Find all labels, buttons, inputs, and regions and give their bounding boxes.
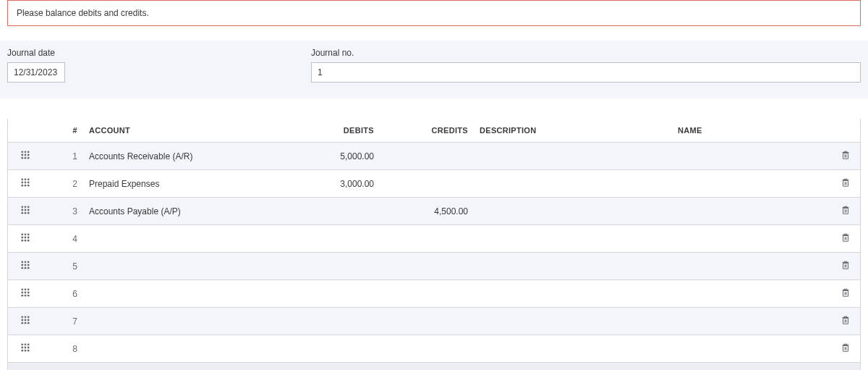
account-cell[interactable]: Accounts Payable (A/P) (83, 198, 286, 225)
debits-cell[interactable] (286, 253, 380, 280)
row-number: 5 (43, 253, 83, 280)
credits-cell[interactable] (380, 225, 474, 253)
credits-cell[interactable] (380, 253, 474, 280)
svg-point-42 (27, 261, 30, 263)
credits-cell[interactable] (380, 308, 474, 335)
svg-point-20 (21, 206, 23, 208)
credits-cell[interactable] (380, 143, 474, 170)
form-header: Journal date Journal no. (0, 41, 868, 98)
name-cell[interactable] (672, 253, 831, 280)
svg-point-35 (27, 237, 30, 239)
svg-point-8 (27, 157, 30, 159)
credits-cell[interactable]: 4,500.00 (380, 198, 474, 225)
table-row[interactable]: 7 (8, 308, 860, 335)
drag-handle[interactable] (8, 253, 43, 280)
svg-point-1 (25, 151, 27, 153)
debits-cell[interactable]: 3,000.00 (286, 170, 380, 198)
drag-handle-icon (20, 150, 30, 160)
svg-point-34 (25, 237, 27, 239)
table-row[interactable]: 8 (8, 335, 860, 363)
debits-cell[interactable] (286, 225, 380, 253)
account-cell[interactable]: Accounts Receivable (A/R) (83, 143, 286, 170)
description-cell[interactable] (474, 253, 672, 280)
table-row[interactable]: 1 Accounts Receivable (A/R) 5,000.00 (8, 143, 860, 170)
name-cell[interactable] (672, 225, 831, 253)
description-cell[interactable] (474, 143, 672, 170)
debits-cell[interactable] (286, 335, 380, 363)
delete-row-button[interactable] (831, 335, 860, 363)
name-cell[interactable] (672, 170, 831, 198)
svg-point-76 (21, 350, 23, 352)
name-cell[interactable] (672, 308, 831, 335)
drag-handle[interactable] (8, 198, 43, 225)
debits-cell[interactable] (286, 280, 380, 308)
svg-rect-19 (843, 180, 848, 186)
svg-point-52 (27, 288, 30, 290)
delete-row-button[interactable] (831, 280, 860, 308)
table-row[interactable]: 2 Prepaid Expenses 3,000.00 (8, 170, 860, 198)
drag-handle[interactable] (8, 280, 43, 308)
table-row[interactable]: 6 (8, 280, 860, 308)
name-cell[interactable] (672, 198, 831, 225)
name-cell[interactable] (672, 335, 831, 363)
svg-point-78 (27, 350, 30, 352)
account-cell[interactable] (83, 308, 286, 335)
account-cell[interactable] (83, 280, 286, 308)
description-cell[interactable] (474, 225, 672, 253)
row-number: 4 (43, 225, 83, 253)
debits-cell[interactable]: 5,000.00 (286, 143, 380, 170)
svg-point-63 (21, 319, 23, 321)
credits-cell[interactable] (380, 170, 474, 198)
svg-point-24 (25, 209, 27, 211)
delete-row-button[interactable] (831, 143, 860, 170)
svg-point-47 (25, 267, 27, 269)
header-drag (8, 119, 43, 143)
svg-point-14 (25, 182, 27, 184)
account-cell[interactable] (83, 335, 286, 363)
svg-point-0 (21, 151, 23, 153)
delete-row-button[interactable] (831, 225, 860, 253)
drag-handle[interactable] (8, 170, 43, 198)
delete-row-button[interactable] (831, 253, 860, 280)
svg-point-26 (21, 212, 23, 214)
drag-handle[interactable] (8, 143, 43, 170)
drag-handle[interactable] (8, 335, 43, 363)
delete-row-button[interactable] (831, 170, 860, 198)
name-cell[interactable] (672, 280, 831, 308)
trash-icon (841, 287, 851, 298)
drag-handle-icon (20, 177, 30, 188)
credits-cell[interactable] (380, 280, 474, 308)
table-row[interactable]: 3 Accounts Payable (A/P) 4,500.00 (8, 198, 860, 225)
drag-handle[interactable] (8, 308, 43, 335)
table-row[interactable]: 5 (8, 253, 860, 280)
table-row[interactable]: 4 (8, 225, 860, 253)
drag-handle[interactable] (8, 225, 43, 253)
debits-cell[interactable] (286, 198, 380, 225)
svg-rect-59 (843, 290, 848, 296)
svg-point-30 (21, 233, 23, 235)
description-cell[interactable] (474, 198, 672, 225)
account-cell[interactable] (83, 253, 286, 280)
description-cell[interactable] (474, 280, 672, 308)
svg-point-56 (21, 295, 23, 297)
svg-point-54 (25, 292, 27, 294)
description-cell[interactable] (474, 308, 672, 335)
delete-row-button[interactable] (831, 198, 860, 225)
svg-point-68 (27, 322, 30, 324)
account-cell[interactable] (83, 225, 286, 253)
description-cell[interactable] (474, 170, 672, 198)
drag-handle-icon (20, 315, 30, 325)
totals-label: Total (83, 363, 286, 371)
credits-cell[interactable] (380, 335, 474, 363)
svg-point-58 (27, 295, 30, 297)
svg-point-21 (25, 206, 27, 208)
journal-no-input[interactable] (311, 62, 861, 83)
debits-cell[interactable] (286, 308, 380, 335)
account-cell[interactable]: Prepaid Expenses (83, 170, 286, 198)
svg-point-71 (25, 343, 27, 345)
journal-lines-table-wrap: # ACCOUNT DEBITS CREDITS DESCRIPTION NAM… (7, 119, 861, 370)
delete-row-button[interactable] (831, 308, 860, 335)
description-cell[interactable] (474, 335, 672, 363)
name-cell[interactable] (672, 143, 831, 170)
journal-date-input[interactable] (7, 62, 65, 83)
